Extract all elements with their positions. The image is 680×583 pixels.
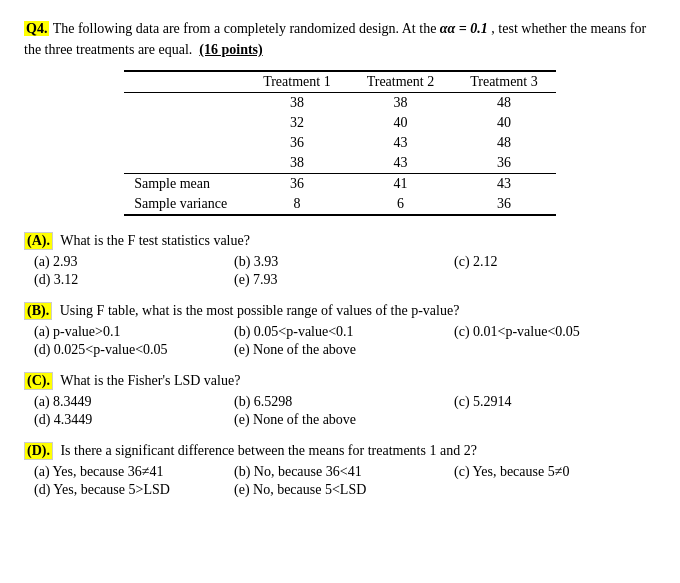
cell: 43 <box>452 174 556 195</box>
part-a-choices: (a) 2.93 (b) 3.93 (c) 2.12 (d) 3.12 (e) … <box>24 254 656 288</box>
choice-a1: (a) 2.93 <box>34 254 234 270</box>
col-treatment1: Treatment 1 <box>245 71 349 93</box>
part-a-question: What is the F test statistics value? <box>60 233 250 248</box>
choice-c3: (c) 5.2914 <box>454 394 654 410</box>
choice-b3: (c) 0.01<p-value<0.05 <box>454 324 654 340</box>
part-d-label: (D). <box>24 442 53 460</box>
choice-c1: (a) 8.3449 <box>34 394 234 410</box>
choice-c2: (b) 6.5298 <box>234 394 454 410</box>
part-c-question: What is the Fisher's LSD value? <box>60 373 240 388</box>
cell: 43 <box>349 133 453 153</box>
row-label <box>124 113 245 133</box>
choice-a4: (d) 3.12 <box>34 272 234 288</box>
part-c-choices: (a) 8.3449 (b) 6.5298 (c) 5.2914 (d) 4.3… <box>24 394 656 428</box>
part-b-question-line: (B). Using F table, what is the most pos… <box>24 302 656 320</box>
sample-variance-label: Sample variance <box>124 194 245 215</box>
choice-d4: (d) Yes, because 5>LSD <box>34 482 234 498</box>
choice-c5: (e) None of the above <box>234 412 454 428</box>
part-b-question: Using F table, what is the most possible… <box>60 303 460 318</box>
choice-a3: (c) 2.12 <box>454 254 654 270</box>
cell: 40 <box>349 113 453 133</box>
cell: 38 <box>245 93 349 114</box>
table-row: 38 38 48 <box>124 93 556 114</box>
cell: 43 <box>349 153 453 174</box>
choice-b6 <box>454 342 654 358</box>
part-d-question: Is there a significant difference betwee… <box>60 443 476 458</box>
part-a-question-line: (A). What is the F test statistics value… <box>24 232 656 250</box>
part-d: (D). Is there a significant difference b… <box>24 442 656 498</box>
part-b-choices: (a) p-value>0.1 (b) 0.05<p-value<0.1 (c)… <box>24 324 656 358</box>
choice-b2: (b) 0.05<p-value<0.1 <box>234 324 454 340</box>
part-c-label: (C). <box>24 372 53 390</box>
part-b-label: (B). <box>24 302 52 320</box>
question-header: Q4. The following data are from a comple… <box>24 18 656 60</box>
cell: 8 <box>245 194 349 215</box>
col-treatment3: Treatment 3 <box>452 71 556 93</box>
choice-d6 <box>454 482 654 498</box>
table-row: 32 40 40 <box>124 113 556 133</box>
sample-mean-label: Sample mean <box>124 174 245 195</box>
part-b: (B). Using F table, what is the most pos… <box>24 302 656 358</box>
choice-b5: (e) None of the above <box>234 342 454 358</box>
sample-variance-row: Sample variance 8 6 36 <box>124 194 556 215</box>
row-label <box>124 153 245 174</box>
choice-c4: (d) 4.3449 <box>34 412 234 428</box>
cell: 6 <box>349 194 453 215</box>
choice-a5: (e) 7.93 <box>234 272 454 288</box>
alpha-symbol: αα = 0.1 <box>440 21 488 36</box>
cell: 40 <box>452 113 556 133</box>
part-a: (A). What is the F test statistics value… <box>24 232 656 288</box>
cell: 41 <box>349 174 453 195</box>
choice-b4: (d) 0.025<p-value<0.05 <box>34 342 234 358</box>
cell: 38 <box>349 93 453 114</box>
row-label <box>124 93 245 114</box>
col-treatment2: Treatment 2 <box>349 71 453 93</box>
table-header-row: Treatment 1 Treatment 2 Treatment 3 <box>124 71 556 93</box>
cell: 32 <box>245 113 349 133</box>
data-table: Treatment 1 Treatment 2 Treatment 3 38 3… <box>124 70 556 216</box>
cell: 38 <box>245 153 349 174</box>
cell: 36 <box>245 174 349 195</box>
sample-mean-row: Sample mean 36 41 43 <box>124 174 556 195</box>
points-label: (16 points) <box>199 42 262 57</box>
cell: 36 <box>245 133 349 153</box>
part-d-question-line: (D). Is there a significant difference b… <box>24 442 656 460</box>
row-label <box>124 133 245 153</box>
table-row: 36 43 48 <box>124 133 556 153</box>
choice-b1: (a) p-value>0.1 <box>34 324 234 340</box>
cell: 36 <box>452 153 556 174</box>
choice-d5: (e) No, because 5<LSD <box>234 482 454 498</box>
part-c: (C). What is the Fisher's LSD value? (a)… <box>24 372 656 428</box>
choice-d2: (b) No, because 36<41 <box>234 464 454 480</box>
col-label <box>124 71 245 93</box>
part-a-label: (A). <box>24 232 53 250</box>
choice-c6 <box>454 412 654 428</box>
cell: 36 <box>452 194 556 215</box>
choice-a2: (b) 3.93 <box>234 254 454 270</box>
part-d-choices: (a) Yes, because 36≠41 (b) No, because 3… <box>24 464 656 498</box>
choice-d1: (a) Yes, because 36≠41 <box>34 464 234 480</box>
q-label: Q4. <box>24 21 49 36</box>
table-row: 38 43 36 <box>124 153 556 174</box>
choice-d3: (c) Yes, because 5≠0 <box>454 464 654 480</box>
cell: 48 <box>452 133 556 153</box>
part-c-question-line: (C). What is the Fisher's LSD value? <box>24 372 656 390</box>
choice-a6 <box>454 272 654 288</box>
cell: 48 <box>452 93 556 114</box>
question-text: The following data are from a completely… <box>53 21 437 36</box>
